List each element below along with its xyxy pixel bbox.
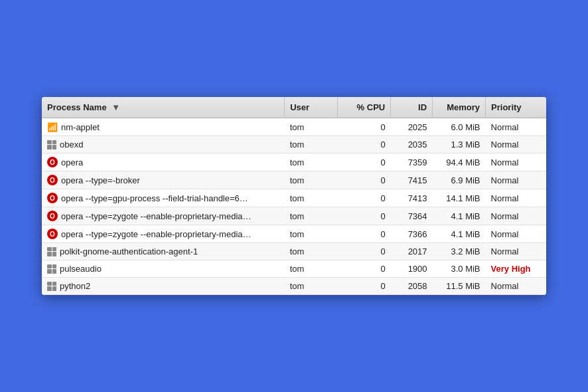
table-row[interactable]: pulseaudiotom019003.0 MiBVery High — [42, 260, 546, 278]
id-cell: 7415 — [391, 171, 433, 189]
process-name-label: nm-applet — [61, 122, 100, 132]
cpu-cell: 0 — [338, 153, 391, 171]
process-cell: Oopera --type=gpu-process --field-trial-… — [47, 193, 253, 203]
priority-cell: Normal — [486, 171, 546, 189]
user-cell: tom — [285, 243, 338, 260]
priority-cell: Normal — [486, 207, 546, 225]
memory-cell: 1.3 MiB — [433, 136, 486, 153]
opera-icon: O — [47, 193, 58, 203]
process-cell: polkit-gnome-authentication-agent-1 — [47, 246, 253, 256]
memory-cell: 11.5 MiB — [433, 278, 486, 295]
process-name-label: opera — [61, 157, 83, 167]
column-label-process: Process Name — [47, 102, 107, 112]
id-cell: 2017 — [391, 243, 433, 260]
id-cell: 2025 — [391, 118, 433, 136]
table-row[interactable]: obexdtom020351.3 MiBNormal — [42, 136, 546, 153]
id-cell: 7364 — [391, 207, 433, 225]
priority-cell: Normal — [486, 136, 546, 153]
process-table: Process Name ▼ User % CPU ID Memory — [42, 97, 546, 295]
process-name-label: opera --type=zygote --enable-proprietary… — [61, 211, 253, 221]
generic-process-icon — [47, 247, 56, 256]
user-cell: tom — [285, 118, 338, 136]
priority-cell: Normal — [486, 189, 546, 207]
cpu-cell: 0 — [338, 171, 391, 189]
column-header-priority[interactable]: Priority — [486, 97, 546, 118]
cpu-cell: 0 — [338, 118, 391, 136]
table-row[interactable]: Ooperatom0735994.4 MiBNormal — [42, 153, 546, 171]
table-container: Process Name ▼ User % CPU ID Memory — [42, 97, 546, 295]
user-cell: tom — [285, 136, 338, 153]
process-cell: Oopera — [47, 157, 253, 167]
user-cell: tom — [285, 189, 338, 207]
memory-cell: 6.9 MiB — [433, 171, 486, 189]
table-row[interactable]: polkit-gnome-authentication-agent-1tom02… — [42, 243, 546, 260]
table-row[interactable]: Oopera --type=zygote --enable-proprietar… — [42, 225, 546, 243]
column-label-id: ID — [418, 102, 427, 112]
id-cell: 7413 — [391, 189, 433, 207]
user-cell: tom — [285, 171, 338, 189]
priority-cell: Normal — [486, 118, 546, 136]
priority-cell: Normal — [486, 153, 546, 171]
generic-process-icon — [47, 264, 56, 274]
sort-arrow-icon: ▼ — [111, 102, 120, 112]
table-header-row: Process Name ▼ User % CPU ID Memory — [42, 97, 546, 118]
opera-icon: O — [47, 175, 58, 185]
column-header-user[interactable]: User — [285, 97, 338, 118]
table-row[interactable]: Oopera --type=gpu-process --field-trial-… — [42, 189, 546, 207]
user-cell: tom — [285, 278, 338, 295]
cpu-cell: 0 — [338, 207, 391, 225]
id-cell: 7366 — [391, 225, 433, 243]
cpu-cell: 0 — [338, 136, 391, 153]
process-name-label: opera --type=zygote --enable-proprietary… — [61, 229, 253, 239]
process-cell: obexd — [47, 140, 253, 149]
cpu-cell: 0 — [338, 189, 391, 207]
opera-icon: O — [47, 211, 58, 221]
column-header-cpu[interactable]: % CPU — [338, 97, 391, 118]
cpu-cell: 0 — [338, 225, 391, 243]
memory-cell: 3.0 MiB — [433, 260, 486, 278]
id-cell: 2035 — [391, 136, 433, 153]
process-name-label: python2 — [60, 281, 90, 291]
process-manager-window: Process Name ▼ User % CPU ID Memory — [42, 97, 546, 295]
column-label-priority: Priority — [491, 102, 522, 112]
column-header-process[interactable]: Process Name ▼ — [42, 97, 285, 118]
process-name-label: opera --type=-broker — [61, 175, 140, 185]
opera-icon: O — [47, 157, 58, 167]
user-cell: tom — [285, 260, 338, 278]
table-row[interactable]: 📶nm-applettom020256.0 MiBNormal — [42, 118, 546, 136]
cpu-cell: 0 — [338, 260, 391, 278]
process-name-label: obexd — [60, 140, 83, 149]
memory-cell: 4.1 MiB — [433, 207, 486, 225]
process-name-label: polkit-gnome-authentication-agent-1 — [60, 246, 198, 256]
process-cell: python2 — [47, 281, 253, 291]
table-row[interactable]: Oopera --type=zygote --enable-proprietar… — [42, 207, 546, 225]
process-name-label: pulseaudio — [60, 264, 102, 274]
column-header-id[interactable]: ID — [391, 97, 433, 118]
column-header-memory[interactable]: Memory — [433, 97, 486, 118]
id-cell: 1900 — [391, 260, 433, 278]
priority-cell: Normal — [486, 243, 546, 260]
priority-cell: Very High — [486, 260, 546, 278]
process-cell: Oopera --type=-broker — [47, 175, 253, 185]
column-label-memory: Memory — [447, 102, 480, 112]
process-cell: Oopera --type=zygote --enable-proprietar… — [47, 229, 253, 239]
user-cell: tom — [285, 153, 338, 171]
memory-cell: 94.4 MiB — [433, 153, 486, 171]
generic-process-icon — [47, 140, 56, 149]
cpu-cell: 0 — [338, 278, 391, 295]
process-cell: Oopera --type=zygote --enable-proprietar… — [47, 211, 253, 221]
user-cell: tom — [285, 225, 338, 243]
process-cell: 📶nm-applet — [47, 122, 253, 132]
memory-cell: 3.2 MiB — [433, 243, 486, 260]
memory-cell: 14.1 MiB — [433, 189, 486, 207]
process-name-label: opera --type=gpu-process --field-trial-h… — [61, 193, 253, 203]
memory-cell: 6.0 MiB — [433, 118, 486, 136]
user-cell: tom — [285, 207, 338, 225]
table-row[interactable]: python2tom0205811.5 MiBNormal — [42, 278, 546, 295]
cpu-cell: 0 — [338, 243, 391, 260]
nm-applet-icon: 📶 — [47, 122, 58, 132]
column-label-user: User — [290, 102, 309, 112]
opera-icon: O — [47, 229, 58, 239]
priority-cell: Normal — [486, 225, 546, 243]
table-row[interactable]: Oopera --type=-brokertom074156.9 MiBNorm… — [42, 171, 546, 189]
